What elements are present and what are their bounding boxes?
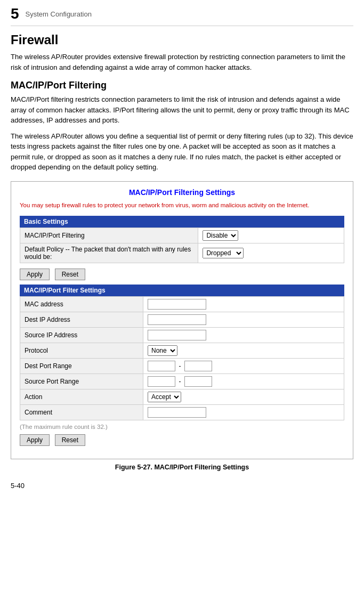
firewall-intro: The wireless AP/Router provides extensiv… bbox=[11, 52, 353, 72]
dest-ip-control bbox=[143, 312, 344, 327]
action-row: Action Accept Drop bbox=[20, 389, 344, 404]
source-port-label: Source Port Range bbox=[20, 373, 143, 389]
dest-port-label: Dest Port Range bbox=[20, 358, 143, 373]
filter-button-row: Apply Reset bbox=[20, 434, 344, 446]
figure-box: MAC/IP/Port Filtering Settings You may s… bbox=[11, 181, 353, 459]
page-title: Firewall bbox=[11, 33, 353, 47]
chapter-number: 5 bbox=[11, 5, 19, 22]
dest-port-dash: - bbox=[179, 362, 181, 370]
default-policy-label: Default Policy -- The packet that don't … bbox=[20, 243, 198, 263]
dest-ip-input[interactable] bbox=[148, 314, 206, 325]
protocol-select[interactable]: None TCP UDP ICMP bbox=[148, 345, 177, 356]
source-ip-control bbox=[143, 327, 344, 343]
dest-ip-label: Dest IP Address bbox=[20, 312, 143, 327]
protocol-row: Protocol None TCP UDP ICMP bbox=[20, 343, 344, 358]
reset-button-2[interactable]: Reset bbox=[55, 434, 85, 446]
top-bar: 5 System Configuration bbox=[11, 5, 353, 26]
reset-button-1[interactable]: Reset bbox=[55, 269, 85, 280]
apply-button-2[interactable]: Apply bbox=[20, 434, 50, 446]
apply-button-1[interactable]: Apply bbox=[20, 269, 50, 280]
mac-address-row: MAC address bbox=[20, 296, 344, 312]
action-control: Accept Drop bbox=[143, 389, 344, 404]
default-policy-row: Default Policy -- The packet that don't … bbox=[20, 243, 344, 263]
protocol-label: Protocol bbox=[20, 343, 143, 358]
section-title-mac: MAC/IP/Port Filtering bbox=[11, 80, 353, 91]
filter-settings-table: MAC address Dest IP Address Source IP Ad… bbox=[20, 296, 344, 420]
source-port-control: - bbox=[143, 373, 344, 389]
filter-settings-bar: MAC/IP/Port Filter Settings bbox=[20, 285, 344, 296]
basic-settings-bar: Basic Settings bbox=[20, 216, 344, 228]
source-port-row: Source Port Range - bbox=[20, 373, 344, 389]
dest-port-control: - bbox=[143, 358, 344, 373]
mac-address-input[interactable] bbox=[148, 299, 206, 310]
dest-port-row: Dest Port Range - bbox=[20, 358, 344, 373]
mac-address-label: MAC address bbox=[20, 296, 143, 312]
source-port-end-input[interactable] bbox=[184, 376, 212, 387]
chapter-title: System Configuration bbox=[26, 10, 92, 18]
comment-row: Comment bbox=[20, 404, 344, 420]
comment-label: Comment bbox=[20, 404, 143, 420]
mac-address-control bbox=[143, 296, 344, 312]
setup-note: You may setup firewall rules to protect … bbox=[20, 201, 344, 209]
source-ip-label: Source IP Address bbox=[20, 327, 143, 343]
source-port-start-input[interactable] bbox=[148, 376, 175, 387]
default-policy-control: Dropped Accepted bbox=[198, 243, 344, 263]
dest-port-end-input[interactable] bbox=[184, 361, 212, 371]
mac-filter-control: Disable Enable bbox=[198, 228, 344, 243]
page-number: 5-40 bbox=[11, 482, 353, 490]
comment-input[interactable] bbox=[148, 407, 206, 418]
dest-port-start-input[interactable] bbox=[148, 361, 175, 371]
figure-heading: MAC/IP/Port Filtering Settings bbox=[20, 188, 344, 197]
action-label: Action bbox=[20, 389, 143, 404]
source-port-dash: - bbox=[179, 378, 181, 385]
mac-filter-label: MAC/IP/Port Filtering bbox=[20, 228, 198, 243]
mac-filter-row: MAC/IP/Port Filtering Disable Enable bbox=[20, 228, 344, 243]
comment-control bbox=[143, 404, 344, 420]
protocol-control: None TCP UDP ICMP bbox=[143, 343, 344, 358]
source-ip-row: Source IP Address bbox=[20, 327, 344, 343]
figure-caption: Figure 5-27. MAC/IP/Port Filtering Setti… bbox=[11, 464, 353, 471]
max-rule-note: (The maximum rule count is 32.) bbox=[20, 424, 344, 430]
dest-ip-row: Dest IP Address bbox=[20, 312, 344, 327]
source-ip-input[interactable] bbox=[148, 330, 206, 340]
mac-para2: The wireless AP/Router allows you define… bbox=[11, 131, 353, 173]
default-policy-select[interactable]: Dropped Accepted bbox=[203, 248, 244, 258]
basic-settings-table: MAC/IP/Port Filtering Disable Enable Def… bbox=[20, 228, 344, 263]
basic-button-row: Apply Reset bbox=[20, 269, 344, 280]
mac-filter-select[interactable]: Disable Enable bbox=[203, 230, 238, 241]
mac-para1: MAC/IP/Port filtering restricts connecti… bbox=[11, 94, 353, 126]
action-select[interactable]: Accept Drop bbox=[148, 392, 181, 402]
